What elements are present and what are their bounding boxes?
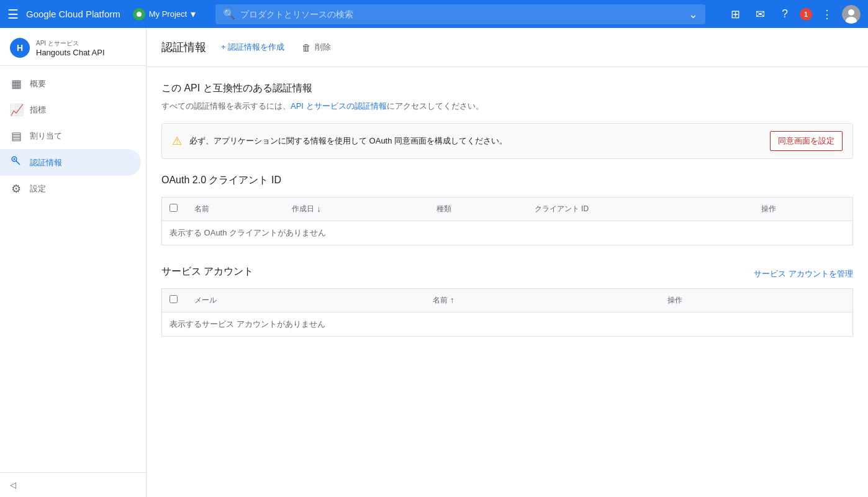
- service-section-title: サービス アカウント: [161, 265, 253, 278]
- sidebar-api-label: API とサービス: [36, 39, 105, 48]
- settings-icon: ⚙: [10, 182, 22, 196]
- page-title: 認証情報: [161, 40, 206, 55]
- oauth-name-sort[interactable]: 名前: [194, 204, 278, 214]
- sidebar-item-metrics[interactable]: 📈 指標: [0, 97, 141, 123]
- delete-icon: 🗑: [302, 42, 311, 53]
- section-description: すべての認証情報を表示するには、API とサービスの認証情報にアクセスしてくださ…: [161, 100, 853, 113]
- manage-service-accounts-link[interactable]: サービス アカウントを管理: [754, 268, 853, 280]
- page-header: 認証情報 + 認証情報を作成 🗑 削除: [147, 28, 868, 67]
- oauth-col-client-id: クライアント ID: [527, 197, 754, 221]
- search-input[interactable]: [240, 9, 684, 19]
- oauth-col-actions: 操作: [754, 197, 852, 221]
- quota-icon: ▤: [10, 129, 22, 143]
- desc-suffix: にアクセスしてください。: [387, 101, 484, 111]
- more-icon[interactable]: ⋮: [817, 4, 837, 24]
- oauth-col-name: 名前: [187, 197, 285, 221]
- service-account-table: メール 名前 ↑ 操作: [161, 288, 853, 337]
- oauth-section-title: OAuth 2.0 クライアント ID: [161, 174, 281, 187]
- oauth-col-created: 作成日 ↓: [284, 197, 429, 221]
- credentials-icon: [10, 155, 22, 170]
- oauth-created-sort[interactable]: 作成日 ↓: [292, 204, 422, 214]
- oauth-empty-message: 表示する OAuth クライアントがありません: [162, 221, 853, 245]
- sidebar-item-overview-label: 概要: [30, 78, 46, 89]
- oauth-empty-row: 表示する OAuth クライアントがありません: [162, 221, 853, 245]
- sidebar-nav: ▦ 概要 📈 指標 ▤ 割り当て 認証情報 ⚙ 設定: [0, 66, 146, 472]
- project-selector[interactable]: My Project ▾: [133, 8, 196, 21]
- service-account-section: サービス アカウント サービス アカウントを管理 メール: [161, 265, 853, 337]
- warning-banner: ⚠ 必ず、アプリケーションに関する情報を使用して OAuth 同意画面を構成して…: [161, 123, 853, 159]
- sidebar-item-overview[interactable]: ▦ 概要: [0, 71, 141, 97]
- sidebar-logo: H: [10, 38, 30, 58]
- main-content: 認証情報 + 認証情報を作成 🗑 削除 この API と互換性のある認証情報 す…: [147, 28, 868, 497]
- service-col-checkbox: [162, 288, 187, 312]
- apps-icon[interactable]: ⊞: [725, 4, 745, 24]
- project-arrow-icon: ▾: [191, 8, 196, 20]
- oauth-select-all-checkbox[interactable]: [170, 204, 178, 212]
- header-actions: + 認証情報を作成 🗑 削除: [216, 38, 336, 57]
- search-expand-icon: ⌄: [689, 7, 698, 21]
- sort-down-icon: ↓: [317, 204, 321, 214]
- svg-line-4: [16, 161, 20, 165]
- notification-badge[interactable]: 1: [800, 8, 812, 21]
- oauth-table: 名前 作成日 ↓ 種類: [161, 197, 853, 245]
- nav-actions: ⊞ ✉ ? 1 ⋮: [725, 4, 861, 24]
- menu-icon[interactable]: ☰: [7, 7, 19, 22]
- sidebar-footer: ◁: [0, 472, 146, 497]
- warning-text: 必ず、アプリケーションに関する情報を使用して OAuth 同意画面を構成してくだ…: [189, 135, 762, 147]
- logo-text: Google Cloud Platform: [26, 9, 120, 19]
- sidebar-item-credentials[interactable]: 認証情報: [0, 149, 141, 176]
- delete-button[interactable]: 🗑 削除: [297, 38, 336, 57]
- search-bar[interactable]: 🔍 ⌄: [215, 4, 705, 24]
- service-empty-message: 表示するサービス アカウントがありません: [162, 312, 853, 336]
- create-credentials-button[interactable]: + 認証情報を作成: [216, 38, 289, 57]
- sidebar-logo-letter: H: [17, 43, 23, 53]
- email-icon[interactable]: ✉: [750, 4, 770, 24]
- sidebar-header-text: API とサービス Hangouts Chat API: [36, 39, 105, 57]
- sidebar-header: H API とサービス Hangouts Chat API: [0, 28, 146, 66]
- service-heading-row: サービス アカウント サービス アカウントを管理: [161, 265, 853, 283]
- avatar-icon: [842, 5, 861, 24]
- help-icon[interactable]: ?: [775, 4, 795, 24]
- sidebar-collapse-btn[interactable]: ◁: [10, 480, 136, 490]
- service-select-all-checkbox[interactable]: [170, 295, 178, 303]
- metrics-icon: 📈: [10, 103, 22, 117]
- service-col-email: メール: [187, 288, 425, 312]
- warning-icon: ⚠: [172, 134, 182, 148]
- nav-logo: Google Cloud Platform: [26, 9, 120, 19]
- content-area: この API と互換性のある認証情報 すべての認証情報を表示するには、API と…: [147, 67, 868, 352]
- project-name: My Project: [149, 9, 187, 19]
- service-table-header-row: メール 名前 ↑ 操作: [162, 288, 853, 312]
- service-name-sort[interactable]: 名前 ↑: [433, 295, 653, 306]
- project-icon: [133, 8, 145, 21]
- sidebar-item-settings[interactable]: ⚙ 設定: [0, 176, 141, 202]
- main-layout: H API とサービス Hangouts Chat API ▦ 概要 📈 指標 …: [0, 28, 868, 497]
- oauth-col-checkbox: [162, 197, 187, 221]
- service-col-actions: 操作: [660, 288, 853, 312]
- svg-point-1: [848, 9, 854, 16]
- oauth-col-type: 種類: [429, 197, 527, 221]
- user-avatar[interactable]: [842, 5, 861, 24]
- sidebar: H API とサービス Hangouts Chat API ▦ 概要 📈 指標 …: [0, 28, 147, 497]
- sidebar-item-metrics-label: 指標: [30, 104, 46, 116]
- project-dot: [137, 12, 142, 17]
- sidebar-item-quota[interactable]: ▤ 割り当て: [0, 123, 141, 149]
- overview-icon: ▦: [10, 77, 22, 91]
- oauth-table-header-row: 名前 作成日 ↓ 種類: [162, 197, 853, 221]
- sidebar-item-settings-label: 設定: [30, 183, 46, 194]
- search-icon: 🔍: [223, 8, 235, 20]
- top-nav: ☰ Google Cloud Platform My Project ▾ 🔍 ⌄…: [0, 0, 868, 28]
- sidebar-item-quota-label: 割り当て: [30, 130, 62, 142]
- service-empty-row: 表示するサービス アカウントがありません: [162, 312, 853, 336]
- sidebar-api-name: Hangouts Chat API: [36, 48, 105, 57]
- service-col-name: 名前 ↑: [425, 288, 660, 312]
- consent-screen-button[interactable]: 同意画面を設定: [770, 131, 843, 151]
- oauth-heading-row: OAuth 2.0 クライアント ID: [161, 174, 853, 192]
- svg-point-5: [14, 158, 16, 160]
- main-section-title: この API と互換性のある認証情報: [161, 82, 853, 95]
- delete-label: 削除: [315, 42, 331, 53]
- api-services-link[interactable]: API とサービスの認証情報: [291, 101, 387, 111]
- sidebar-item-credentials-label: 認証情報: [30, 157, 62, 168]
- oauth-section: OAuth 2.0 クライアント ID 名前: [161, 174, 853, 245]
- collapse-icon: ◁: [10, 480, 16, 490]
- sort-up-icon: ↑: [450, 295, 454, 305]
